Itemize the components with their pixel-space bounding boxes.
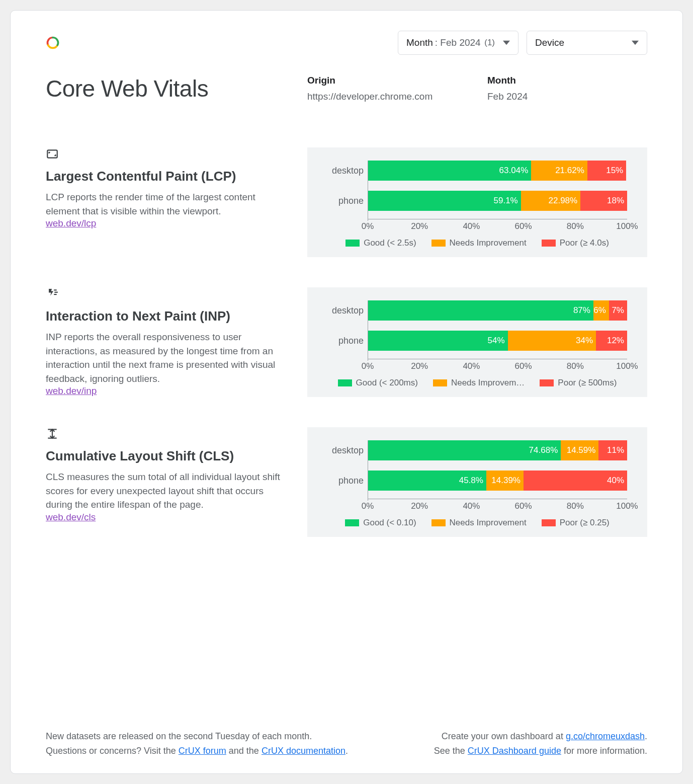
bar-segment-poor: 12% <box>596 331 627 351</box>
chart-legend: Good (< 200ms) Needs Improvem… Poor (≥ 5… <box>327 378 627 388</box>
month-dropdown[interactable]: Month : Feb 2024 (1) <box>398 31 518 55</box>
metric-title: Cumulative Layout Shift (CLS) <box>46 448 287 464</box>
legend-item-good: Good (< 0.10) <box>345 518 416 528</box>
x-tick: 100% <box>616 361 638 371</box>
metric-link[interactable]: web.dev/inp <box>46 385 97 396</box>
month-block: Month Feb 2024 <box>487 75 647 102</box>
cls-chart: desktop74.68%14.59%11%phone45.8%14.39%40… <box>307 427 647 537</box>
header: Core Web Vitals Origin https://developer… <box>46 75 647 102</box>
chart-legend: Good (< 0.10) Needs Improvement Poor (≥ … <box>327 518 627 528</box>
metric-info: Largest Contentful Paint (LCP) LCP repor… <box>46 147 287 257</box>
origin-label: Origin <box>307 75 467 86</box>
x-tick: 0% <box>362 501 374 511</box>
footer-text: Create your own dashboard at g.co/chrome… <box>434 729 647 744</box>
page-title: Core Web Vitals <box>46 75 287 102</box>
metric-cls: Cumulative Layout Shift (CLS) CLS measur… <box>46 427 647 537</box>
x-tick: 0% <box>362 361 374 371</box>
svg-rect-0 <box>47 150 57 158</box>
y-axis-line <box>368 440 368 501</box>
chart-bar-row: 87%6%7% <box>368 300 627 321</box>
legend-swatch-ni <box>433 379 447 386</box>
chart-bar-row: 54%34%12% <box>368 331 627 351</box>
crux-docs-link[interactable]: CrUX documentation <box>262 746 345 756</box>
chart-row-label: desktop <box>327 166 364 176</box>
chart-row-label: desktop <box>327 305 364 316</box>
bar-segment-good: 54% <box>368 331 508 351</box>
inp-chart: desktop87%6%7%phone54%34%12%0%20%40%60%8… <box>307 287 647 397</box>
metric-link[interactable]: web.dev/cls <box>46 512 96 522</box>
dashboard-guide-link[interactable]: CrUX Dashboard guide <box>468 746 561 756</box>
month-dropdown-value: : Feb 2024 <box>435 37 481 48</box>
y-axis-line <box>368 161 368 221</box>
bar-segment-poor: 15% <box>587 161 626 181</box>
chart-bar-row: 59.1%22.98%18% <box>368 191 627 211</box>
x-tick: 60% <box>515 221 532 231</box>
legend-label: Needs Improvement <box>450 518 527 528</box>
chart-legend: Good (< 2.5s) Needs Improvement Poor (≥ … <box>327 238 627 248</box>
x-tick: 60% <box>515 361 532 371</box>
chart-row-label: phone <box>327 196 364 206</box>
legend-label: Good (< 2.5s) <box>364 238 416 248</box>
legend-item-ni: Needs Improvem… <box>433 378 525 388</box>
bar-segment-good: 45.8% <box>368 471 486 491</box>
chart-row-label: desktop <box>327 445 364 456</box>
metric-lcp: Largest Contentful Paint (LCP) LCP repor… <box>46 147 647 257</box>
x-axis: 0%20%40%60%80%100% <box>327 219 627 231</box>
crux-forum-link[interactable]: CrUX forum <box>179 746 226 756</box>
metric-inp: Interaction to Next Paint (INP) INP repo… <box>46 287 647 397</box>
legend-label: Good (< 0.10) <box>363 518 416 528</box>
chevron-down-icon <box>632 39 639 46</box>
legend-item-poor: Poor (≥ 0.25) <box>542 518 610 528</box>
chart-row-label: phone <box>327 476 364 486</box>
bar-segment-ni: 21.62% <box>531 161 587 181</box>
x-tick: 0% <box>362 221 374 231</box>
chromeuxdash-link[interactable]: g.co/chromeuxdash <box>566 731 645 741</box>
x-tick: 80% <box>567 221 584 231</box>
legend-label: Poor (≥ 0.25) <box>560 518 610 528</box>
month-dropdown-label: Month <box>406 37 433 48</box>
bar-segment-good: 87% <box>368 300 593 321</box>
metric-info: Cumulative Layout Shift (CLS) CLS measur… <box>46 427 287 537</box>
x-tick: 40% <box>463 361 480 371</box>
metric-title: Largest Contentful Paint (LCP) <box>46 169 287 184</box>
x-tick: 20% <box>411 501 428 511</box>
legend-item-poor: Poor (≥ 4.0s) <box>542 238 609 248</box>
bar-segment-good: 59.1% <box>368 191 521 211</box>
chart-bar-row: 74.68%14.59%11% <box>368 440 627 460</box>
legend-swatch-good <box>345 519 359 526</box>
legend-label: Poor (≥ 4.0s) <box>560 238 609 248</box>
bar-segment-ni: 14.59% <box>561 440 598 460</box>
x-tick: 20% <box>411 221 428 231</box>
lcp-icon <box>46 147 287 161</box>
chart-plot: desktop74.68%14.59%11%phone45.8%14.39%40… <box>327 440 627 501</box>
dashboard-card: Month : Feb 2024 (1) Device Core Web Vit… <box>10 10 683 774</box>
x-axis: 0%20%40%60%80%100% <box>327 499 627 511</box>
month-label: Month <box>487 75 647 86</box>
bar-segment-poor: 7% <box>609 300 627 321</box>
device-dropdown[interactable]: Device <box>527 31 647 55</box>
origin-value: https://developer.chrome.com <box>307 91 467 102</box>
topbar: Month : Feb 2024 (1) Device <box>46 31 647 55</box>
legend-swatch-poor <box>542 240 556 247</box>
footer-text: New datasets are released on the second … <box>46 729 348 744</box>
legend-item-good: Good (< 200ms) <box>338 378 418 388</box>
legend-item-good: Good (< 2.5s) <box>345 238 416 248</box>
metric-desc: LCP reports the render time of the large… <box>46 190 287 218</box>
x-tick: 40% <box>463 501 480 511</box>
chart-plot: desktop63.04%21.62%15%phone59.1%22.98%18… <box>327 161 627 221</box>
bar-segment-ni: 14.39% <box>486 471 524 491</box>
month-value: Feb 2024 <box>487 91 647 102</box>
metric-link[interactable]: web.dev/lcp <box>46 218 96 228</box>
metric-desc: CLS measures the sum total of all indivi… <box>46 470 287 512</box>
legend-swatch-ni <box>431 519 446 526</box>
footer-right: Create your own dashboard at g.co/chrome… <box>434 729 647 758</box>
x-tick: 100% <box>616 221 638 231</box>
footer-left: New datasets are released on the second … <box>46 729 348 758</box>
x-tick: 80% <box>567 361 584 371</box>
origin-block: Origin https://developer.chrome.com <box>307 75 467 102</box>
x-tick: 80% <box>567 501 584 511</box>
x-tick: 60% <box>515 501 532 511</box>
bar-segment-poor: 40% <box>524 471 627 491</box>
legend-label: Needs Improvement <box>450 238 527 248</box>
device-dropdown-label: Device <box>535 37 564 48</box>
